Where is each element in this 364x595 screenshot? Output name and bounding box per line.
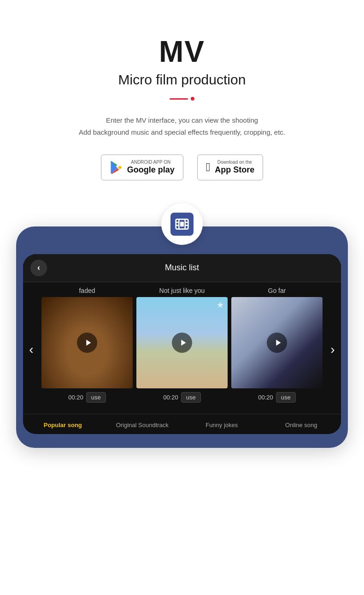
time-use-row-3: 00:20 use	[231, 392, 323, 403]
use-button-2[interactable]: use	[181, 392, 201, 403]
use-button-3[interactable]: use	[276, 392, 296, 403]
download-buttons-row: ANDROID APP ON Google play  Download on…	[18, 155, 346, 180]
time-label-1: 00:20	[68, 394, 83, 401]
column-headers: faded Not just like you Go far	[23, 282, 341, 297]
play-button-1[interactable]	[77, 333, 97, 353]
hero-title: MV	[18, 37, 346, 66]
film-icon-circle	[161, 203, 203, 245]
google-play-text: ANDROID APP ON Google play	[127, 160, 175, 175]
play-button-2[interactable]	[172, 333, 192, 353]
time-use-row-1: 00:20 use	[41, 392, 133, 403]
card-thumb-2: ★	[136, 297, 228, 388]
film-icon-inner	[170, 213, 194, 236]
time-label-2: 00:20	[163, 394, 178, 401]
col-header-faded: faded	[40, 282, 135, 297]
svg-rect-7	[180, 221, 184, 226]
phone-screen: ‹ Music list faded Not just like you Go …	[23, 254, 341, 434]
music-card-1: 00:20 use	[40, 297, 135, 403]
film-icon	[175, 217, 189, 232]
star-icon: ★	[217, 300, 224, 310]
card-thumb-3	[231, 297, 323, 388]
hero-subtitle: Micro film production	[18, 72, 346, 88]
phone-outer-frame: ‹ Music list faded Not just like you Go …	[16, 226, 348, 448]
divider-line	[170, 98, 188, 100]
phone-mockup-container: ‹ Music list faded Not just like you Go …	[0, 226, 364, 448]
music-card-3: 00:20 use	[229, 297, 324, 403]
tab-funny-jokes[interactable]: Funny jokes	[182, 420, 262, 430]
hero-divider	[18, 97, 346, 101]
play-button-3[interactable]	[267, 333, 287, 353]
music-cards-area: faded Not just like you Go far ‹	[23, 282, 341, 434]
app-store-button[interactable]:  Download on the App Store	[197, 155, 264, 180]
time-use-row-2: 00:20 use	[136, 392, 228, 403]
col-header-not-just: Not just like you	[135, 282, 229, 297]
bottom-tabs: Popular song Original Soundtrack Funny j…	[23, 414, 341, 434]
tab-original-soundtrack[interactable]: Original Soundtrack	[103, 420, 182, 430]
google-play-icon	[110, 161, 123, 174]
cards-row-wrapper: ‹ 00:20 use	[23, 297, 341, 407]
prev-arrow[interactable]: ‹	[23, 341, 40, 358]
next-arrow[interactable]: ›	[324, 341, 341, 358]
music-card-2: ★ 00:20 use	[135, 297, 229, 403]
app-store-text: Download on the App Store	[215, 160, 254, 175]
back-button[interactable]: ‹	[30, 260, 47, 276]
tab-popular-song[interactable]: Popular song	[23, 420, 103, 430]
time-label-3: 00:20	[258, 394, 273, 401]
hero-section: MV Micro film production Enter the MV in…	[0, 0, 364, 226]
col-header-go-far: Go far	[229, 282, 324, 297]
google-play-button[interactable]: ANDROID APP ON Google play	[101, 155, 183, 180]
use-button-1[interactable]: use	[86, 392, 106, 403]
apple-icon: 	[206, 160, 211, 174]
screen-title: Music list	[47, 263, 317, 273]
card-thumb-1	[41, 297, 133, 388]
divider-dot	[191, 97, 194, 101]
tab-online-song[interactable]: Online song	[262, 420, 341, 430]
screen-topbar: ‹ Music list	[23, 254, 341, 282]
cards-row: 00:20 use ★	[40, 297, 324, 403]
hero-description: Enter the MV interface, you can view the…	[18, 114, 346, 138]
